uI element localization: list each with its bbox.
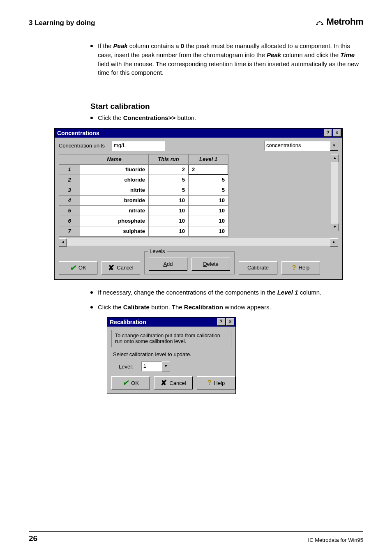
help-titlebar-button[interactable]: ?: [324, 129, 332, 137]
recal-title: Recalibration: [110, 319, 146, 325]
vertical-scrollbar[interactable]: ▲ ▼: [331, 154, 338, 231]
levels-group: Levels Add Delete: [144, 251, 235, 274]
chevron-down-icon[interactable]: [330, 141, 338, 151]
bullet-click-calibrate: Click the Calibrate button. The Recalibr…: [90, 303, 359, 312]
table-row[interactable]: 7sulphate1010: [59, 226, 228, 236]
table-row[interactable]: 2chloride55: [59, 175, 228, 185]
click-concentrations-text: Click the Concentrations>> button.: [98, 113, 196, 122]
cancel-button[interactable]: ✘Cancel: [101, 261, 140, 274]
help-titlebar-button[interactable]: ?: [217, 318, 225, 326]
units-label: Concentration units: [59, 143, 110, 149]
view-combo[interactable]: concentrations: [264, 141, 338, 151]
table-row[interactable]: 4bromide1010: [59, 195, 228, 205]
close-titlebar-button[interactable]: ×: [333, 129, 341, 137]
chevron-down-icon[interactable]: [162, 362, 170, 371]
recal-help-button[interactable]: ?Help: [197, 376, 235, 389]
product-name: IC Metrodata for Win95: [308, 537, 363, 543]
bullet-icon: [90, 117, 93, 119]
close-titlebar-button[interactable]: ×: [226, 318, 234, 326]
recalibration-dialog: Recalibration ? × To change calibration …: [107, 317, 236, 394]
col-level1: Level 1: [189, 154, 228, 164]
concentrations-table: Name This run Level 1 1fluoride22 2chlor…: [59, 154, 228, 237]
scroll-down-icon[interactable]: ▼: [331, 223, 339, 231]
col-blank: [59, 154, 80, 164]
recal-cancel-button[interactable]: ✘Cancel: [154, 376, 193, 389]
delete-rest: elete: [207, 261, 219, 267]
add-rest: dd: [167, 261, 173, 267]
start-calibration-heading: Start calibration: [90, 102, 359, 111]
bullet-icon: [90, 45, 93, 47]
bullet-click-concentrations: Click the Concentrations>> button.: [90, 113, 359, 122]
x-icon: ✘: [108, 263, 114, 272]
col-thisrun: This run: [149, 154, 189, 164]
table-row[interactable]: 6phosphate1010: [59, 216, 228, 226]
question-icon: ?: [292, 264, 296, 272]
delete-level-button[interactable]: Delete: [191, 258, 230, 271]
svg-point-2: [319, 21, 320, 23]
levels-label: Levels: [148, 248, 167, 254]
calibrate-button[interactable]: Calibrate: [239, 261, 277, 274]
add-level-button[interactable]: Add: [149, 258, 187, 271]
help-button[interactable]: ?Help: [281, 261, 320, 274]
col-name: Name: [80, 154, 149, 164]
table-header-row: Name This run Level 1: [59, 154, 228, 164]
dialog-titlebar: Concentrations ? ×: [55, 129, 342, 138]
table-row[interactable]: 3nitrite55: [59, 185, 228, 195]
view-combo-value[interactable]: concentrations: [264, 141, 330, 151]
bullet-icon: [90, 291, 93, 294]
change-level1-text: If necessary, change the concentrations …: [98, 288, 321, 297]
level-combo[interactable]: 1: [141, 362, 170, 371]
recal-select-text: Select calibration level to update.: [113, 351, 230, 357]
page-header: 3 Learning by doing Metrohm: [29, 16, 363, 29]
horizontal-scrollbar[interactable]: ◄ ►: [59, 238, 338, 246]
scroll-up-icon[interactable]: ▲: [331, 154, 339, 162]
concentrations-dialog: Concentrations ? × Concentration units m…: [54, 128, 343, 280]
check-icon: ✔: [122, 378, 129, 387]
calibrate-rest: alibrate: [251, 265, 269, 271]
recal-description: To change calibration put data from cali…: [111, 330, 231, 347]
omega-icon: [315, 17, 324, 26]
level-label: Level:: [119, 364, 133, 370]
question-icon: ?: [208, 379, 212, 387]
table-row[interactable]: 5nitrate1010: [59, 205, 228, 216]
click-calibrate-text: Click the Calibrate button. The Recalibr…: [98, 303, 271, 312]
section-title: 3 Learning by doing: [29, 19, 95, 27]
bullet-peak-note: If the Peak column contains a 0 the peak…: [90, 41, 359, 77]
x-icon: ✘: [161, 378, 167, 387]
page-footer: 26 IC Metrodata for Win95: [29, 531, 363, 543]
peak-note-text: If the Peak column contains a 0 the peak…: [98, 41, 359, 77]
level-value[interactable]: 1: [141, 362, 162, 371]
dialog-title: Concentrations: [57, 130, 99, 136]
ok-button[interactable]: ✔OK: [59, 261, 97, 274]
recal-ok-button[interactable]: ✔OK: [111, 376, 150, 389]
brand-logo: Metrohm: [315, 16, 363, 27]
brand-text: Metrohm: [327, 16, 363, 27]
table-row[interactable]: 1fluoride22: [59, 164, 228, 175]
recal-titlebar: Recalibration ? ×: [107, 318, 235, 327]
bullet-change-level1: If necessary, change the concentrations …: [90, 288, 359, 297]
scroll-right-icon[interactable]: ►: [330, 238, 338, 246]
units-input[interactable]: mg/L: [112, 141, 165, 151]
check-icon: ✔: [70, 263, 76, 272]
scroll-left-icon[interactable]: ◄: [59, 238, 67, 246]
bullet-icon: [90, 306, 93, 309]
page-number: 26: [29, 534, 37, 543]
